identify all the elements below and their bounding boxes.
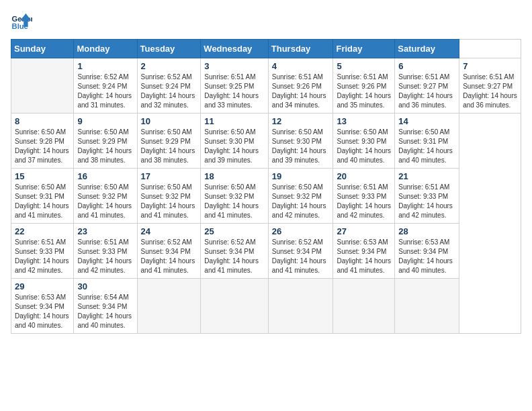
calendar-day: 11Sunrise: 6:50 AMSunset: 9:30 PMDayligh… [201,113,268,169]
day-number: 12 [272,116,330,126]
day-info: Sunrise: 6:53 AMSunset: 9:34 PMDaylight:… [337,238,391,275]
logo: General Blue [11,11,32,32]
day-number: 7 [463,61,517,71]
day-number: 27 [337,226,391,236]
week-row-5: 29Sunrise: 6:53 AMSunset: 9:34 PMDayligh… [11,279,521,334]
calendar-day: 8Sunrise: 6:50 AMSunset: 9:28 PMDaylight… [11,113,74,169]
calendar-day: 10Sunrise: 6:50 AMSunset: 9:29 PMDayligh… [137,113,201,169]
day-info: Sunrise: 6:53 AMSunset: 9:34 PMDaylight:… [15,293,70,330]
day-number: 19 [272,171,330,181]
calendar-day: 2Sunrise: 6:52 AMSunset: 9:24 PMDaylight… [137,58,201,113]
day-info: Sunrise: 6:54 AMSunset: 9:34 PMDaylight:… [77,293,133,330]
day-number: 30 [77,281,133,291]
calendar-day: 9Sunrise: 6:50 AMSunset: 9:29 PMDaylight… [74,113,137,169]
calendar-day: 30Sunrise: 6:54 AMSunset: 9:34 PMDayligh… [74,279,137,334]
day-number: 26 [272,226,330,236]
calendar-day: 27Sunrise: 6:53 AMSunset: 9:34 PMDayligh… [333,224,395,279]
week-row-4: 22Sunrise: 6:51 AMSunset: 9:33 PMDayligh… [11,224,521,279]
calendar-day: 18Sunrise: 6:50 AMSunset: 9:32 PMDayligh… [201,169,268,224]
calendar-day: 4Sunrise: 6:51 AMSunset: 9:26 PMDaylight… [268,58,333,113]
calendar-day: 26Sunrise: 6:52 AMSunset: 9:34 PMDayligh… [268,224,333,279]
calendar-day: 23Sunrise: 6:51 AMSunset: 9:33 PMDayligh… [74,224,137,279]
day-header-thursday: Thursday [268,40,333,58]
calendar-day: 13Sunrise: 6:50 AMSunset: 9:30 PMDayligh… [333,113,395,169]
calendar-day: 6Sunrise: 6:51 AMSunset: 9:27 PMDaylight… [395,58,459,113]
calendar-day [11,58,74,113]
day-info: Sunrise: 6:52 AMSunset: 9:34 PMDaylight:… [272,238,330,275]
calendar-day: 22Sunrise: 6:51 AMSunset: 9:33 PMDayligh… [11,224,74,279]
calendar-day: 28Sunrise: 6:53 AMSunset: 9:34 PMDayligh… [395,224,459,279]
calendar-day: 1Sunrise: 6:52 AMSunset: 9:24 PMDaylight… [74,58,137,113]
day-info: Sunrise: 6:52 AMSunset: 9:34 PMDaylight:… [141,238,197,275]
day-info: Sunrise: 6:50 AMSunset: 9:32 PMDaylight:… [204,183,264,220]
day-number: 6 [398,61,455,71]
day-info: Sunrise: 6:50 AMSunset: 9:31 PMDaylight:… [15,183,70,220]
day-number: 29 [15,281,70,291]
day-number: 16 [77,171,133,181]
day-number: 9 [77,116,133,126]
calendar-day: 16Sunrise: 6:50 AMSunset: 9:32 PMDayligh… [74,169,137,224]
day-info: Sunrise: 6:51 AMSunset: 9:27 PMDaylight:… [463,73,517,110]
calendar-day: 5Sunrise: 6:51 AMSunset: 9:26 PMDaylight… [333,58,395,113]
day-info: Sunrise: 6:50 AMSunset: 9:32 PMDaylight:… [141,183,197,220]
day-info: Sunrise: 6:50 AMSunset: 9:28 PMDaylight:… [15,128,70,165]
day-number: 25 [204,226,264,236]
calendar-day: 12Sunrise: 6:50 AMSunset: 9:30 PMDayligh… [268,113,333,169]
day-number: 18 [204,171,264,181]
calendar-day: 20Sunrise: 6:51 AMSunset: 9:33 PMDayligh… [333,169,395,224]
week-row-1: 1Sunrise: 6:52 AMSunset: 9:24 PMDaylight… [11,58,521,113]
day-number: 28 [398,226,455,236]
day-info: Sunrise: 6:50 AMSunset: 9:30 PMDaylight:… [272,128,330,165]
calendar-day [333,279,395,334]
day-info: Sunrise: 6:52 AMSunset: 9:24 PMDaylight:… [141,73,197,110]
day-header-sunday: Sunday [11,40,74,58]
day-info: Sunrise: 6:50 AMSunset: 9:30 PMDaylight:… [204,128,264,165]
day-info: Sunrise: 6:51 AMSunset: 9:33 PMDaylight:… [77,238,133,275]
calendar-day: 14Sunrise: 6:50 AMSunset: 9:31 PMDayligh… [395,113,459,169]
calendar-day: 17Sunrise: 6:50 AMSunset: 9:32 PMDayligh… [137,169,201,224]
day-info: Sunrise: 6:50 AMSunset: 9:31 PMDaylight:… [398,128,455,165]
calendar-day: 29Sunrise: 6:53 AMSunset: 9:34 PMDayligh… [11,279,74,334]
calendar-day: 7Sunrise: 6:51 AMSunset: 9:27 PMDaylight… [459,58,521,113]
calendar-day: 25Sunrise: 6:52 AMSunset: 9:34 PMDayligh… [201,224,268,279]
day-info: Sunrise: 6:52 AMSunset: 9:24 PMDaylight:… [77,73,133,110]
calendar-day [201,279,268,334]
day-number: 10 [141,116,197,126]
calendar-table: SundayMondayTuesdayWednesdayThursdayFrid… [11,39,521,334]
calendar-day [395,279,459,334]
day-number: 3 [204,61,264,71]
day-info: Sunrise: 6:50 AMSunset: 9:29 PMDaylight:… [141,128,197,165]
calendar-day [268,279,333,334]
day-info: Sunrise: 6:51 AMSunset: 9:33 PMDaylight:… [337,183,391,220]
day-info: Sunrise: 6:50 AMSunset: 9:32 PMDaylight:… [272,183,330,220]
day-number: 13 [337,116,391,126]
day-number: 5 [337,61,391,71]
calendar-day: 15Sunrise: 6:50 AMSunset: 9:31 PMDayligh… [11,169,74,224]
day-info: Sunrise: 6:51 AMSunset: 9:26 PMDaylight:… [272,73,330,110]
day-number: 11 [204,116,264,126]
calendar-day: 21Sunrise: 6:51 AMSunset: 9:33 PMDayligh… [395,169,459,224]
calendar-day: 19Sunrise: 6:50 AMSunset: 9:32 PMDayligh… [268,169,333,224]
day-number: 21 [398,171,455,181]
day-headers-row: SundayMondayTuesdayWednesdayThursdayFrid… [11,40,521,58]
day-info: Sunrise: 6:52 AMSunset: 9:34 PMDaylight:… [204,238,264,275]
day-number: 24 [141,226,197,236]
day-info: Sunrise: 6:50 AMSunset: 9:32 PMDaylight:… [77,183,133,220]
day-info: Sunrise: 6:51 AMSunset: 9:25 PMDaylight:… [204,73,264,110]
calendar-day: 3Sunrise: 6:51 AMSunset: 9:25 PMDaylight… [201,58,268,113]
day-header-saturday: Saturday [395,40,459,58]
day-number: 1 [77,61,133,71]
day-number: 23 [77,226,133,236]
day-number: 8 [15,116,70,126]
day-header-monday: Monday [74,40,137,58]
day-info: Sunrise: 6:51 AMSunset: 9:33 PMDaylight:… [15,238,70,275]
day-number: 14 [398,116,455,126]
week-row-3: 15Sunrise: 6:50 AMSunset: 9:31 PMDayligh… [11,169,521,224]
day-info: Sunrise: 6:51 AMSunset: 9:27 PMDaylight:… [398,73,455,110]
calendar-day [137,279,201,334]
day-info: Sunrise: 6:50 AMSunset: 9:29 PMDaylight:… [77,128,133,165]
day-info: Sunrise: 6:51 AMSunset: 9:33 PMDaylight:… [398,183,455,220]
day-info: Sunrise: 6:53 AMSunset: 9:34 PMDaylight:… [398,238,455,275]
calendar-day: 24Sunrise: 6:52 AMSunset: 9:34 PMDayligh… [137,224,201,279]
week-row-2: 8Sunrise: 6:50 AMSunset: 9:28 PMDaylight… [11,113,521,169]
